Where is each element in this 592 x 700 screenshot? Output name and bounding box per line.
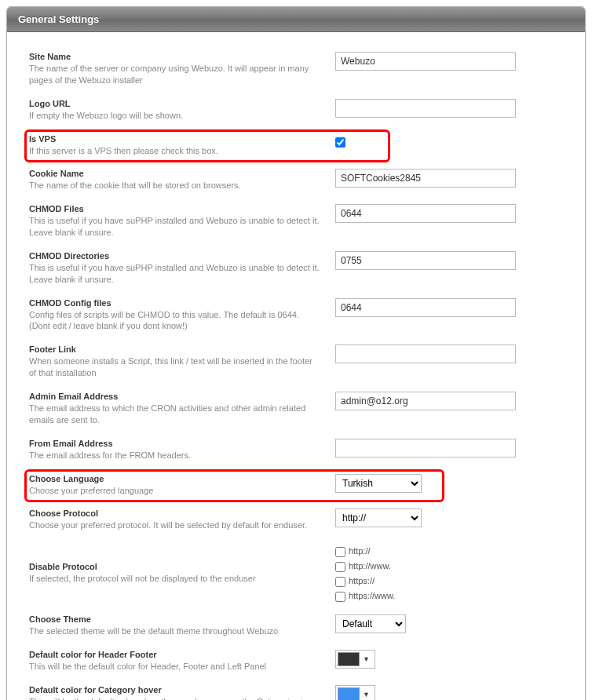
- disable-protocol-list: http:// http://www. https:// https://www…: [335, 544, 563, 602]
- row-logo-url: Logo URL If empty the Webuzo logo will b…: [29, 99, 563, 122]
- label-disable-protocol: Disable Protocol: [29, 562, 320, 571]
- color-picker-header[interactable]: ▼: [335, 650, 375, 669]
- desc-choose-theme: The selected theme will be the default t…: [29, 625, 320, 637]
- input-site-name[interactable]: [335, 52, 516, 71]
- row-color-header-footer: Default color for Header Footer This wil…: [29, 650, 563, 673]
- input-cookie-name[interactable]: [335, 169, 516, 188]
- input-chmod-conf[interactable]: [335, 298, 516, 317]
- general-settings-panel: General Settings Site Name The name of t…: [6, 6, 586, 700]
- row-from-email: From Email Address The email address for…: [29, 439, 563, 461]
- desc-logo-url: If empty the Webuzo logo will be shown.: [29, 110, 320, 122]
- input-chmod-dirs[interactable]: [335, 251, 516, 270]
- row-chmod-dirs: CHMOD Directories This is useful if you …: [29, 251, 563, 286]
- input-logo-url[interactable]: [335, 99, 516, 118]
- chevron-down-icon: ▼: [360, 655, 373, 663]
- desc-cookie-name: The name of the cookie that will be stor…: [29, 180, 320, 191]
- desc-choose-language: Choose your preferred language: [29, 485, 320, 497]
- row-color-category-hover: Default color for Category hover This wi…: [29, 685, 563, 700]
- color-swatch-header: [338, 652, 360, 666]
- disable-proto-option[interactable]: http://www.: [335, 559, 563, 572]
- disable-proto-option[interactable]: https://www.: [335, 589, 563, 602]
- disable-proto-option[interactable]: http://: [335, 544, 563, 557]
- chevron-down-icon: ▼: [360, 691, 373, 698]
- color-swatch-hover: [338, 687, 360, 700]
- select-protocol[interactable]: http://: [335, 509, 422, 527]
- checkbox-is-vps[interactable]: [335, 137, 345, 148]
- row-disable-protocol: Disable Protocol If selected, the protoc…: [29, 544, 563, 602]
- row-admin-email: Admin Email Address The email address to…: [29, 392, 563, 426]
- label-choose-language: Choose Language: [29, 474, 320, 483]
- label-chmod-conf: CHMOD Config files: [29, 298, 320, 308]
- row-site-name: Site Name The name of the server or comp…: [29, 52, 563, 86]
- label-site-name: Site Name: [29, 52, 320, 61]
- label-admin-email: Admin Email Address: [29, 392, 320, 401]
- label-chmod-files: CHMOD Files: [29, 204, 320, 213]
- label-color-category-hover: Default color for Category hover: [29, 685, 320, 695]
- desc-footer-link: When someone installs a Script, this lin…: [29, 355, 320, 379]
- desc-color-header-footer: This will be the default color for Heade…: [29, 661, 320, 673]
- label-choose-protocol: Choose Protocol: [29, 509, 320, 518]
- label-from-email: From Email Address: [29, 439, 320, 448]
- row-choose-theme: Choose Theme The selected theme will be …: [29, 614, 563, 637]
- desc-from-email: The email address for the FROM headers.: [29, 450, 320, 461]
- panel-title: General Settings: [7, 7, 585, 32]
- panel-body: Site Name The name of the server or comp…: [7, 32, 585, 700]
- label-color-header-footer: Default color for Header Footer: [29, 650, 320, 659]
- select-language[interactable]: Turkish: [335, 474, 422, 493]
- row-cookie-name: Cookie Name The name of the cookie that …: [29, 169, 563, 191]
- desc-admin-email: The email address to which the CRON acti…: [29, 403, 320, 426]
- label-is-vps: Is VPS: [29, 134, 320, 144]
- disable-proto-option[interactable]: https://: [335, 574, 563, 587]
- desc-site-name: The name of the server or company using …: [29, 63, 320, 86]
- input-chmod-files[interactable]: [335, 204, 516, 223]
- label-logo-url: Logo URL: [29, 99, 320, 108]
- row-chmod-conf: CHMOD Config files Config files of scrip…: [29, 298, 563, 333]
- desc-chmod-conf: Config files of scripts will be CHMOD to…: [29, 309, 320, 333]
- row-choose-protocol: Choose Protocol Choose your preferred pr…: [29, 509, 563, 531]
- input-footer-link[interactable]: [335, 345, 516, 363]
- label-chmod-dirs: CHMOD Directories: [29, 251, 320, 261]
- desc-color-category-hover: This will be the default color when the …: [29, 696, 320, 700]
- checkbox-disable-https-www[interactable]: [335, 592, 345, 602]
- desc-is-vps: If this server is a VPS then please chec…: [29, 145, 320, 157]
- checkbox-disable-https[interactable]: [335, 577, 345, 587]
- row-footer-link: Footer Link When someone installs a Scri…: [29, 345, 563, 379]
- desc-chmod-files: This is useful if you have suPHP install…: [29, 215, 320, 239]
- desc-choose-protocol: Choose your preferred protocol. It will …: [29, 520, 320, 531]
- checkbox-disable-http[interactable]: [335, 547, 345, 557]
- row-choose-language: Choose Language Choose your preferred la…: [29, 474, 563, 497]
- desc-chmod-dirs: This is useful if you have suPHP install…: [29, 262, 320, 286]
- color-picker-hover[interactable]: ▼: [335, 685, 375, 700]
- checkbox-disable-http-www[interactable]: [335, 562, 345, 572]
- label-choose-theme: Choose Theme: [29, 614, 320, 624]
- input-from-email[interactable]: [335, 439, 516, 458]
- select-theme[interactable]: Default: [335, 614, 406, 633]
- row-is-vps: Is VPS If this server is a VPS then plea…: [29, 134, 563, 157]
- row-chmod-files: CHMOD Files This is useful if you have s…: [29, 204, 563, 239]
- input-admin-email[interactable]: [335, 392, 516, 410]
- label-cookie-name: Cookie Name: [29, 169, 320, 178]
- label-footer-link: Footer Link: [29, 345, 320, 354]
- desc-disable-protocol: If selected, the protocol will not be di…: [29, 573, 320, 585]
